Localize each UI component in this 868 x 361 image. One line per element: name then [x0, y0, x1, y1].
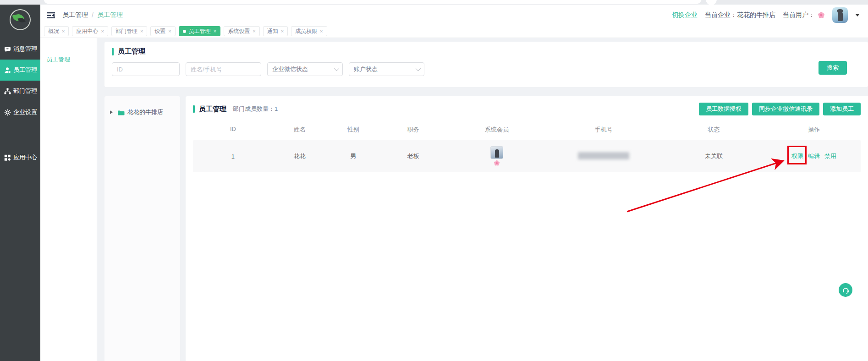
department-icon	[4, 88, 11, 95]
expand-caret-icon[interactable]	[110, 110, 115, 114]
column-header-phone: 手机号	[547, 126, 660, 134]
cell-gender: 男	[326, 152, 380, 160]
redacted-phone-blur	[578, 152, 629, 159]
browser-avatar-sliver	[706, 0, 717, 5]
folder-icon	[117, 109, 125, 115]
staff-icon	[4, 67, 11, 74]
close-tab-icon[interactable]: ×	[62, 29, 65, 34]
cell-actions: 权限 编辑 禁用	[767, 152, 861, 160]
customer-service-icon	[842, 286, 850, 294]
primary-sidebar: 消息管理 员工管理 部门管理 企业设置 应用中心	[0, 5, 40, 361]
sidebar-item-label: 企业设置	[13, 108, 37, 116]
close-tab-icon[interactable]: ×	[281, 29, 284, 34]
current-user-label: 当前用户：	[783, 11, 815, 19]
cell-name: 花花	[273, 152, 327, 160]
company-logo	[10, 9, 31, 30]
title-accent-bar	[193, 105, 195, 113]
sidebar-item-label: 应用中心	[13, 153, 37, 162]
column-header-name: 姓名	[273, 126, 327, 134]
help-button[interactable]	[839, 283, 852, 297]
secondary-sidebar: 员工管理	[40, 38, 97, 361]
table-header-row: ID 姓名 性别 职务 系统会员 手机号 状态 操作	[193, 126, 861, 134]
current-user: 当前用户：	[783, 11, 825, 19]
column-header-title: 职务	[380, 126, 447, 134]
column-header-id: ID	[193, 126, 273, 134]
column-header-status: 状态	[660, 126, 767, 134]
sidebar-item-staff[interactable]: 员工管理	[0, 60, 40, 81]
member-avatar	[490, 146, 503, 159]
close-tab-icon[interactable]: ×	[214, 29, 216, 34]
subsidebar-item-staff[interactable]: 员工管理	[40, 55, 97, 64]
section-title: 员工管理	[199, 105, 226, 114]
close-tab-icon[interactable]: ×	[101, 29, 104, 34]
edit-link[interactable]: 编辑	[808, 152, 820, 160]
flower-icon	[818, 11, 825, 19]
collapse-menu-icon	[47, 12, 55, 19]
app-window: 消息管理 员工管理 部门管理 企业设置 应用中心	[0, 0, 868, 361]
sidebar-item-departments[interactable]: 部门管理	[0, 81, 40, 102]
gear-icon	[4, 109, 11, 116]
breadcrumb-current: 员工管理	[97, 11, 123, 19]
close-tab-icon[interactable]: ×	[253, 29, 255, 34]
switch-company-link[interactable]: 切换企业	[672, 11, 698, 19]
sidebar-item-company-settings[interactable]: 企业设置	[0, 102, 40, 123]
page-title: 员工管理	[118, 47, 145, 56]
search-button[interactable]: 搜索	[819, 61, 847, 75]
id-input[interactable]	[112, 62, 180, 76]
breadcrumb-parent[interactable]: 员工管理	[62, 11, 88, 19]
chevron-down-icon	[334, 66, 339, 71]
cell-status: 未关联	[660, 152, 767, 160]
current-company: 当前企业：花花的牛排店	[705, 11, 775, 19]
member-count: 部门成员数量：1	[233, 105, 278, 113]
sync-wechat-contacts-button[interactable]: 同步企业微信通讯录	[752, 103, 819, 115]
apps-icon	[4, 154, 11, 161]
breadcrumb-separator: /	[92, 11, 93, 19]
cell-phone-redacted	[547, 152, 660, 161]
staff-data-authorize-button[interactable]: 员工数据授权	[699, 103, 748, 115]
tab-overview[interactable]: 概况×	[44, 26, 69, 36]
department-tree-panel: 花花的牛排店	[104, 96, 180, 361]
sidebar-item-messages[interactable]: 消息管理	[0, 38, 40, 60]
collapse-sidebar-button[interactable]	[47, 12, 55, 19]
cell-id: 1	[193, 153, 273, 160]
tab-notifications[interactable]: 通知×	[263, 26, 288, 36]
name-phone-input[interactable]	[186, 62, 261, 76]
tab-staff-active[interactable]: 员工管理×	[179, 26, 220, 36]
sidebar-item-label: 员工管理	[13, 66, 37, 74]
tab-system-settings[interactable]: 系统设置×	[224, 26, 259, 36]
tab-settings[interactable]: 设置×	[150, 26, 175, 36]
user-menu-caret-icon[interactable]	[855, 14, 860, 19]
column-header-gender: 性别	[326, 126, 380, 134]
add-employee-button[interactable]: 添加员工	[823, 103, 861, 115]
title-accent-bar	[112, 48, 114, 55]
permission-link[interactable]: 权限	[791, 152, 803, 160]
tree-node-root[interactable]: 花花的牛排店	[110, 108, 180, 116]
cell-system-member	[447, 146, 547, 166]
account-status-select[interactable]: 账户状态	[349, 62, 424, 76]
sidebar-item-app-center[interactable]: 应用中心	[0, 147, 40, 168]
tab-member-permissions[interactable]: 成员权限×	[291, 26, 327, 36]
tab-departments[interactable]: 部门管理×	[111, 26, 147, 36]
message-icon	[4, 46, 11, 53]
close-tab-icon[interactable]: ×	[140, 29, 143, 34]
close-tab-icon[interactable]: ×	[168, 29, 171, 34]
employee-table-panel: 员工管理 部门成员数量：1 员工数据授权 同步企业微信通讯录 添加员工 ID	[186, 96, 868, 361]
close-tab-icon[interactable]: ×	[320, 29, 323, 34]
tab-app-center[interactable]: 应用中心×	[72, 26, 108, 36]
column-header-actions: 操作	[767, 126, 861, 134]
disable-link[interactable]: 禁用	[824, 152, 836, 160]
open-tabs-bar: 概况× 应用中心× 部门管理× 设置× 员工管理× 系统设置× 通知× 成员权限…	[40, 26, 868, 38]
browser-omnibox-sliver	[44, 0, 702, 4]
browser-edge	[0, 0, 868, 5]
filter-panel: 员工管理 企业微信状态 账户状态	[104, 42, 868, 87]
user-avatar[interactable]	[832, 7, 848, 23]
table-row: 1 花花 男 老板	[193, 140, 861, 172]
sidebar-item-label: 消息管理	[13, 45, 37, 53]
active-tab-dot-icon	[183, 30, 186, 33]
breadcrumb: 员工管理 / 员工管理	[62, 11, 123, 19]
tree-node-label: 花花的牛排店	[127, 108, 163, 116]
wechat-status-select[interactable]: 企业微信状态	[267, 62, 343, 76]
chevron-down-icon	[416, 66, 421, 71]
sidebar-item-label: 部门管理	[13, 87, 37, 95]
cell-title: 老板	[380, 152, 447, 160]
